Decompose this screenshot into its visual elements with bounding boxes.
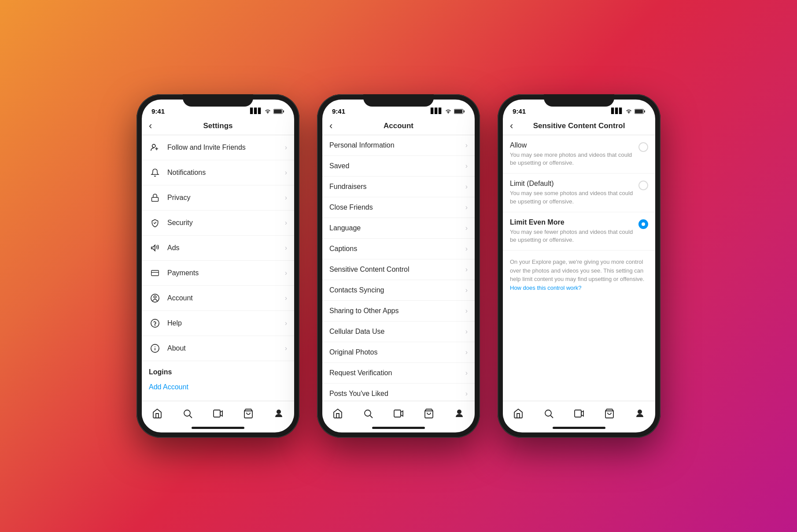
chevron-icon: › [465,390,468,398]
phone-account: 9:41 ▋▋▋ ‹ Account Pers [317,94,480,438]
limit-default-radio[interactable] [638,181,648,190]
menu-item-personal-info[interactable]: Personal Information › [322,135,475,156]
tab-search-icon[interactable] [358,406,378,421]
tab-profile-icon[interactable] [630,406,649,421]
phone-sensitive-content: 9:41 ▋▋▋ ‹ Sensitive Content Control [498,94,660,438]
phone-settings: 9:41 ▋▋▋ ‹ Settings [137,94,299,438]
nav-title-1: Settings [203,122,232,130]
menu-item-close-friends[interactable]: Close Friends › [322,197,475,218]
back-button-3[interactable]: ‹ [510,120,513,132]
menu-item-language[interactable]: Language › [322,218,475,239]
back-button-2[interactable]: ‹ [329,120,332,132]
add-account-link[interactable]: Add Account [142,378,294,396]
svg-point-18 [277,410,281,414]
settings-content: Follow and Invite Friends › Notification… [142,135,294,401]
account-label: Account [167,294,285,302]
signal-icon: ▋▋▋ [431,108,443,114]
limit-more-desc: You may see fewer photos and videos that… [510,228,633,244]
menu-item-sensitive-content[interactable]: Sensitive Content Control › [322,259,475,280]
ads-label: Ads [167,244,285,252]
lock-icon [149,192,161,204]
nav-title-3: Sensitive Content Control [533,122,625,130]
megaphone-icon [149,242,161,254]
tab-profile-icon[interactable] [450,406,469,421]
menu-item-request-verification[interactable]: Request Verification › [322,363,475,384]
wifi-icon [445,108,452,114]
tab-profile-icon[interactable] [269,406,288,421]
account-content: Personal Information › Saved › Fundraise… [322,135,475,401]
tab-shop-icon[interactable] [419,406,439,421]
menu-item-help[interactable]: Help › [142,311,294,336]
tab-search-icon[interactable] [539,406,558,421]
menu-item-sharing[interactable]: Sharing to Other Apps › [322,301,475,321]
log-out-link[interactable]: Log Out [142,396,294,401]
language-label: Language [329,224,465,232]
option-allow[interactable]: Allow You may see more photos and videos… [503,135,655,174]
allow-radio[interactable] [638,142,648,152]
svg-rect-1 [274,110,282,113]
chevron-icon: › [465,266,468,273]
menu-item-captions[interactable]: Captions › [322,239,475,259]
svg-line-31 [550,416,553,418]
notifications-label: Notifications [167,169,285,177]
menu-item-privacy[interactable]: Privacy › [142,185,294,211]
menu-item-posts-liked[interactable]: Posts You've Liked › [322,384,475,401]
chevron-icon: › [465,369,468,377]
svg-line-15 [189,416,192,418]
info-link[interactable]: How does this control work? [510,284,582,291]
svg-point-8 [154,296,156,299]
back-button-1[interactable]: ‹ [149,120,152,132]
tab-shop-icon[interactable] [600,406,619,421]
menu-item-about[interactable]: About › [142,336,294,361]
logins-section-header: Logins [142,361,294,378]
tab-video-icon[interactable] [208,406,228,421]
menu-item-contacts-syncing[interactable]: Contacts Syncing › [322,280,475,301]
chevron-icon: › [285,319,287,327]
home-indicator-2 [372,427,425,429]
signal-icon: ▋▋▋ [611,108,623,114]
shield-icon [149,217,161,229]
sharing-label: Sharing to Other Apps [329,307,465,315]
menu-item-payments[interactable]: Payments › [142,261,294,286]
fundraisers-label: Fundraisers [329,183,465,191]
menu-item-notifications[interactable]: Notifications › [142,160,294,185]
nav-header-3: ‹ Sensitive Content Control [503,119,655,135]
svg-point-9 [151,319,159,327]
wifi-icon [625,108,632,114]
svg-rect-5 [151,270,159,276]
tab-home-icon[interactable] [509,406,528,421]
cellular-label: Cellular Data Use [329,328,465,336]
chevron-icon: › [285,219,287,227]
menu-item-cellular[interactable]: Cellular Data Use › [322,321,475,342]
battery-icon [635,108,646,114]
menu-item-account[interactable]: Account › [142,286,294,311]
tab-shop-icon[interactable] [239,406,258,421]
limit-more-radio[interactable] [638,219,648,229]
option-limit-default[interactable]: Limit (Default) You may see some photos … [503,174,655,212]
person-circle-icon [149,292,161,304]
svg-rect-28 [635,110,643,113]
menu-item-security[interactable]: Security › [142,211,294,236]
tab-video-icon[interactable] [569,406,589,421]
tab-bar-1 [142,401,294,424]
tab-search-icon[interactable] [178,406,197,421]
menu-item-original-photos[interactable]: Original Photos › [322,342,475,363]
chevron-icon: › [465,286,468,294]
home-indicator-1 [192,427,244,429]
tab-bar-3 [503,401,655,424]
menu-item-fundraisers[interactable]: Fundraisers › [322,177,475,197]
tab-video-icon[interactable] [389,406,408,421]
option-limit-more[interactable]: Limit Even More You may see fewer photos… [503,212,655,251]
menu-item-follow[interactable]: Follow and Invite Friends › [142,135,294,160]
about-label: About [167,344,285,352]
status-icons-2: ▋▋▋ [431,108,465,114]
allow-desc: You may see more photos and videos that … [510,151,633,167]
menu-item-saved[interactable]: Saved › [322,156,475,177]
tab-home-icon[interactable] [148,406,167,421]
menu-item-ads[interactable]: Ads › [142,236,294,261]
battery-icon [454,108,465,114]
personal-info-label: Personal Information [329,141,465,149]
svg-point-10 [155,325,155,325]
tab-home-icon[interactable] [328,406,347,421]
privacy-label: Privacy [167,194,285,202]
